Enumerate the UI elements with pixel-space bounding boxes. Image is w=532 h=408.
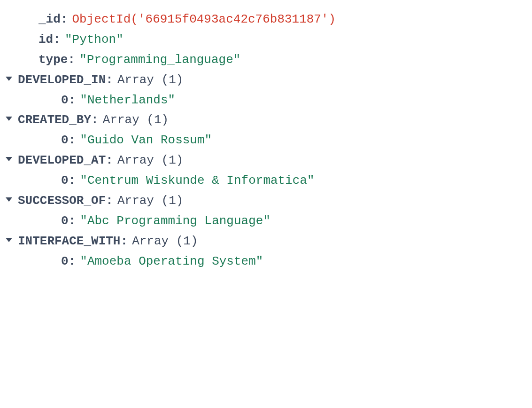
field-type-array: Array (1) <box>117 191 183 211</box>
field-key: CREATED_BY <box>18 110 91 130</box>
array-value-string: "Amoeba Operating System" <box>80 251 263 272</box>
array-value-string: "Netherlands" <box>80 90 175 110</box>
field-key: DEVELOPED_IN <box>18 70 106 90</box>
field-row-developed-at[interactable]: DEVELOPED_AT : Array (1) <box>5 150 527 171</box>
field-key: INTERFACE_WITH <box>18 231 120 251</box>
array-item-interface-with-0: 0: "Amoeba Operating System" <box>5 251 527 272</box>
array-value-string: "Centrum Wiskunde & Informatica" <box>80 171 314 191</box>
field-type-array: Array (1) <box>132 231 198 251</box>
chevron-down-icon[interactable] <box>6 77 12 81</box>
document-viewer: _id: ObjectId('66915f0493ac42c76b831187'… <box>5 9 527 272</box>
array-item-developed-in-0: 0: "Netherlands" <box>5 90 527 110</box>
field-value-objectid: ObjectId('66915f0493ac42c76b831187') <box>72 9 336 30</box>
array-index: 0 <box>61 211 69 231</box>
array-index: 0 <box>61 251 69 272</box>
field-value-string: "Programming_language" <box>79 50 240 70</box>
field-row-type: type : "Programming_language" <box>5 50 527 70</box>
array-index: 0 <box>61 171 69 191</box>
field-value-string: "Python" <box>65 30 123 50</box>
field-row-id: id : "Python" <box>5 30 527 50</box>
field-key: DEVELOPED_AT <box>18 150 106 171</box>
chevron-down-icon[interactable] <box>6 157 12 161</box>
array-item-successor-of-0: 0: "Abc Programming Language" <box>5 211 527 231</box>
array-item-created-by-0: 0: "Guido Van Rossum" <box>5 130 527 150</box>
field-type-array: Array (1) <box>117 70 183 90</box>
chevron-down-icon[interactable] <box>6 197 12 202</box>
array-value-string: "Guido Van Rossum" <box>80 130 212 150</box>
array-item-developed-at-0: 0: "Centrum Wiskunde & Informatica" <box>5 171 527 191</box>
field-type-array: Array (1) <box>103 110 169 130</box>
chevron-down-icon[interactable] <box>6 238 12 242</box>
field-row-interface-with[interactable]: INTERFACE_WITH : Array (1) <box>5 231 527 251</box>
field-key: type <box>39 50 68 70</box>
field-key: id <box>39 30 53 50</box>
field-key: SUCCESSOR_OF <box>18 191 106 211</box>
field-type-array: Array (1) <box>117 150 183 171</box>
field-key-id: _id <box>39 9 61 30</box>
chevron-down-icon[interactable] <box>6 117 12 121</box>
field-row-created-by[interactable]: CREATED_BY : Array (1) <box>5 110 527 130</box>
array-index: 0 <box>61 130 69 150</box>
array-value-string: "Abc Programming Language" <box>80 211 270 231</box>
field-row-developed-in[interactable]: DEVELOPED_IN : Array (1) <box>5 70 527 90</box>
field-row-objectid: _id: ObjectId('66915f0493ac42c76b831187'… <box>5 9 527 30</box>
array-index: 0 <box>61 90 69 110</box>
field-row-successor-of[interactable]: SUCCESSOR_OF : Array (1) <box>5 191 527 211</box>
